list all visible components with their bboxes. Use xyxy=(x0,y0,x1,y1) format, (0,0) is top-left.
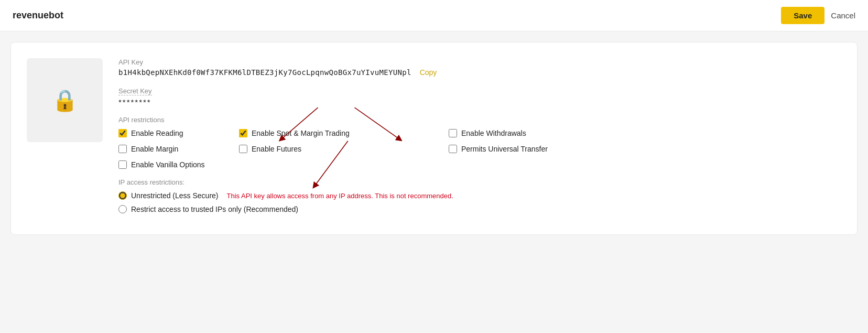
enable-vanilla-options-label[interactable]: Enable Vanilla Options xyxy=(131,160,205,169)
enable-futures-label[interactable]: Enable Futures xyxy=(252,145,301,153)
checkbox-enable-spot-margin: Enable Spot & Margin Trading xyxy=(239,129,449,137)
restricted-label[interactable]: Restrict access to trusted IPs only (Rec… xyxy=(131,205,298,213)
ip-label: IP access restrictions: xyxy=(118,178,841,186)
enable-withdrawals-label[interactable]: Enable Withdrawals xyxy=(461,129,526,137)
checkbox-permits-universal-transfer: Permits Universal Transfer xyxy=(449,145,606,153)
permits-universal-transfer-checkbox[interactable] xyxy=(449,145,457,153)
checkbox-enable-reading: Enable Reading xyxy=(118,129,239,137)
api-key-row: b1H4kbQepNXEhKd0f0Wf37KFKM6lDTBEZ3jKy7Go… xyxy=(118,68,841,77)
copy-button[interactable]: Copy xyxy=(420,68,437,77)
unrestricted-label[interactable]: Unrestricted (Less Secure) xyxy=(131,191,219,200)
checkbox-enable-withdrawals: Enable Withdrawals xyxy=(449,129,606,137)
ip-section: IP access restrictions: Unrestricted (Le… xyxy=(118,178,841,213)
app-header: revenuebot Save Cancel xyxy=(0,0,868,31)
main-card: 🔒 API Key b1H4kbQepNXEhKd0f0Wf37KFKM6lDT… xyxy=(10,42,858,235)
enable-margin-checkbox[interactable] xyxy=(118,145,127,153)
restrictions-label: API restrictions xyxy=(118,116,841,124)
lock-icon: 🔒 xyxy=(52,88,78,113)
permits-universal-transfer-label[interactable]: Permits Universal Transfer xyxy=(461,145,548,153)
avatar: 🔒 xyxy=(27,58,103,142)
enable-spot-margin-label[interactable]: Enable Spot & Margin Trading xyxy=(252,129,350,137)
unrestricted-warning: This API key allows access from any IP a… xyxy=(227,192,453,200)
restrictions-section: API restrictions Enable Reading Enable S… xyxy=(118,116,841,169)
api-key-label: API Key xyxy=(118,58,841,66)
enable-vanilla-options-checkbox[interactable] xyxy=(118,160,127,169)
secret-key-value: ******** xyxy=(118,98,841,106)
enable-reading-checkbox[interactable] xyxy=(118,129,127,137)
checkbox-enable-vanilla-options: Enable Vanilla Options xyxy=(118,160,239,169)
enable-futures-checkbox[interactable] xyxy=(239,145,247,153)
restricted-radio[interactable] xyxy=(118,205,127,213)
secret-key-label: Secret Key xyxy=(118,87,152,95)
checkbox-enable-margin: Enable Margin xyxy=(118,145,239,153)
form-section: API Key b1H4kbQepNXEhKd0f0Wf37KFKM6lDTBE… xyxy=(118,58,841,219)
api-key-value: b1H4kbQepNXEhKd0f0Wf37KFKM6lDTBEZ3jKy7Go… xyxy=(118,68,411,77)
app-title: revenuebot xyxy=(13,10,63,21)
enable-margin-label[interactable]: Enable Margin xyxy=(131,145,178,153)
radio-unrestricted: Unrestricted (Less Secure) This API key … xyxy=(118,191,841,200)
unrestricted-radio[interactable] xyxy=(118,191,127,200)
cancel-button[interactable]: Cancel xyxy=(831,11,855,20)
checkbox-enable-futures: Enable Futures xyxy=(239,145,449,153)
header-actions: Save Cancel xyxy=(781,7,855,24)
enable-reading-label[interactable]: Enable Reading xyxy=(131,129,183,137)
enable-spot-margin-checkbox[interactable] xyxy=(239,129,247,137)
enable-withdrawals-checkbox[interactable] xyxy=(449,129,457,137)
card-inner: 🔒 API Key b1H4kbQepNXEhKd0f0Wf37KFKM6lDT… xyxy=(27,58,841,219)
checkboxes-grid: Enable Reading Enable Spot & Margin Trad… xyxy=(118,129,841,169)
save-button[interactable]: Save xyxy=(781,7,824,24)
secret-key-section: Secret Key ******** xyxy=(118,86,841,106)
radio-restricted: Restrict access to trusted IPs only (Rec… xyxy=(118,205,841,213)
